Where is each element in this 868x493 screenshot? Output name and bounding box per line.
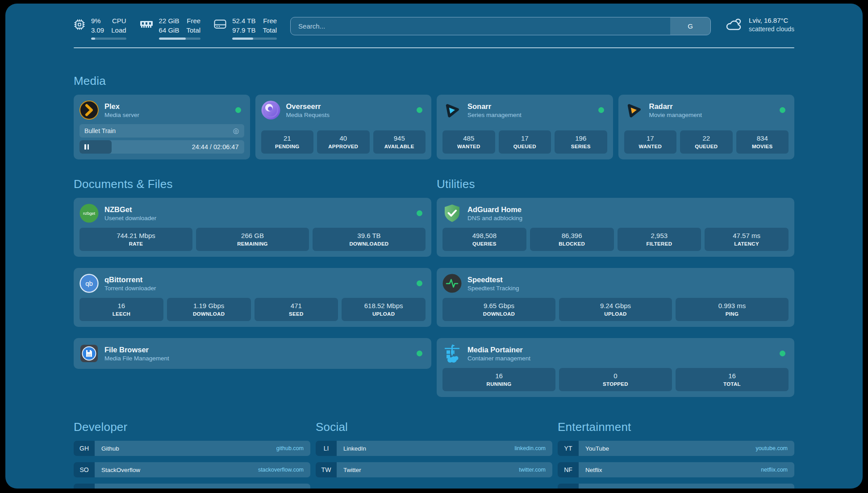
- stat-label: SERIES: [556, 144, 605, 149]
- bookmark-reddit[interactable]: RE Reddit reddit.com: [558, 484, 794, 489]
- radarr-titles: Radarr Movie management: [649, 102, 702, 118]
- search-provider-button[interactable]: G: [670, 17, 710, 35]
- card-overseerr[interactable]: Overseerr Media Requests 21 PENDING 40 A…: [255, 95, 432, 159]
- bookmark-body: Github github.com: [95, 441, 310, 456]
- stat-label: RUNNING: [444, 381, 554, 387]
- filebrowser-titles: File Browser Media File Management: [104, 346, 169, 362]
- card-portainer[interactable]: Media Portainer Container management 16 …: [437, 338, 794, 397]
- stat-stopped: 0 STOPPED: [559, 368, 672, 391]
- bookmark-body: DEV dev.to: [95, 484, 310, 489]
- stat-value: 945: [375, 134, 424, 142]
- stat-label: APPROVED: [319, 144, 368, 149]
- pause-icon[interactable]: [84, 144, 89, 150]
- stat-blocked: 86,396 BLOCKED: [530, 228, 614, 251]
- adguard-subtitle: DNS and adblocking: [467, 215, 522, 221]
- bookmark-twitter[interactable]: TW Twitter twitter.com: [316, 462, 552, 477]
- bookmark-github[interactable]: GH Github github.com: [74, 441, 310, 456]
- stat-value: 86,396: [532, 232, 612, 239]
- stat-label: QUEUED: [501, 144, 550, 149]
- cloud-icon: [724, 17, 743, 33]
- cpu-progress-track: [91, 38, 126, 40]
- card-adguard[interactable]: AdGuard Home DNS and adblocking 498,508 …: [437, 198, 794, 257]
- sonarr-subtitle: Series management: [467, 112, 522, 118]
- search-bar: G: [290, 17, 711, 35]
- bookmark-url: youtube.com: [755, 445, 788, 451]
- plex-media-rows: Bullet Train ◎ 24:44 / 02:06:47: [79, 120, 244, 154]
- disk-free-value: 52.4 TB: [232, 16, 255, 25]
- card-radarr[interactable]: Radarr Movie management 17 WANTED 22 QUE…: [618, 95, 795, 159]
- bookmark-dev[interactable]: DT DEV dev.to: [74, 484, 310, 489]
- speedtest-icon: [442, 274, 462, 293]
- stat-value: 485: [444, 134, 493, 142]
- card-plex[interactable]: Plex Media server Bullet Train ◎: [74, 95, 250, 159]
- resource-widget-disk: 52.4 TB 97.9 TB Free Total: [214, 16, 277, 40]
- portainer-header: Media Portainer Container management: [442, 344, 789, 363]
- memory-progress-track: [159, 38, 201, 40]
- bookmark-netflix[interactable]: NF Netflix netflix.com: [558, 462, 794, 477]
- cpu-load-label: Load: [111, 25, 126, 35]
- bookmark-url: reddit.com: [762, 488, 788, 489]
- bookmark-stackoverflow[interactable]: SO StackOverflow stackoverflow.com: [74, 462, 310, 477]
- speedtest-header: Speedtest Speedtest Tracking: [442, 274, 789, 293]
- stat-label: LATENCY: [706, 241, 787, 246]
- memory-total-label: Total: [186, 25, 200, 35]
- bookmark-youtube[interactable]: YT YouTube youtube.com: [558, 441, 794, 456]
- bookmark-body: StackOverflow stackoverflow.com: [95, 462, 310, 477]
- radarr-status-dot: [780, 107, 785, 113]
- card-speedtest[interactable]: Speedtest Speedtest Tracking 9.65 Gbps D…: [437, 268, 794, 327]
- disk-icon: [214, 19, 226, 29]
- bookmark-name: YouTube: [585, 445, 609, 452]
- bookmark-linkedin[interactable]: LI LinkedIn linkedin.com: [316, 441, 552, 456]
- disk-free-label: Free: [263, 16, 277, 25]
- filebrowser-subtitle: Media File Management: [104, 355, 169, 362]
- stat-queued: 17 QUEUED: [499, 130, 551, 154]
- plex-icon: [79, 100, 99, 120]
- stat-label: QUERIES: [444, 241, 525, 246]
- bookmark-group-developer: Developer GH Github github.com SO StackO…: [74, 420, 310, 489]
- card-sonarr[interactable]: Sonarr Series management 485 WANTED 17 Q…: [437, 95, 613, 159]
- card-filebrowser[interactable]: File Browser Media File Management: [74, 338, 431, 369]
- search-input[interactable]: [291, 17, 670, 35]
- svg-text:qb: qb: [85, 280, 93, 287]
- stat-value: 17: [626, 134, 675, 142]
- stat-queued: 22 QUEUED: [680, 130, 733, 154]
- stat-label: DOWNLOAD: [169, 311, 249, 317]
- plex-now-playing-row: Bullet Train ◎: [79, 124, 244, 138]
- sonarr-title: Sonarr: [467, 102, 522, 111]
- radarr-icon: [624, 100, 643, 120]
- stat-upload: 9.24 Gbps UPLOAD: [559, 298, 672, 321]
- card-qbittorrent[interactable]: qb qBittorrent Torrent downloader: [74, 268, 431, 327]
- stat-value: 16: [444, 372, 554, 380]
- stat-label: REMAINING: [198, 241, 307, 246]
- memory-icon: [140, 19, 153, 29]
- adguard-stats: 498,508 QUERIES 86,396 BLOCKED 2,953 FIL…: [442, 223, 789, 251]
- stat-download: 1.19 Gbps DOWNLOAD: [167, 298, 251, 321]
- memory-total-value: 64 GiB: [159, 25, 179, 35]
- section-media: Media Plex Media server: [74, 74, 794, 159]
- target-icon[interactable]: ◎: [233, 127, 239, 134]
- stat-label: DOWNLOAD: [444, 311, 554, 317]
- radarr-header: Radarr Movie management: [624, 100, 789, 120]
- plex-player-row: 24:44 / 02:06:47: [79, 140, 244, 154]
- overseerr-header: Overseerr Media Requests: [261, 100, 426, 120]
- section-heading-utilities: Utilities: [437, 177, 794, 191]
- section-documents: Documents & Files nzbget: [74, 177, 431, 369]
- stat-value: 17: [501, 134, 550, 142]
- nzbget-title: NZBGet: [104, 205, 156, 214]
- stat-label: PING: [677, 311, 787, 317]
- stat-value: 47.57 ms: [706, 232, 787, 239]
- disk-stats: 52.4 TB 97.9 TB Free Total: [232, 16, 277, 40]
- filebrowser-status-dot: [417, 351, 422, 356]
- bookmark-abbr: SO: [74, 462, 95, 477]
- svg-text:nzbget: nzbget: [83, 211, 96, 216]
- plex-subtitle: Media server: [104, 112, 139, 118]
- bookmark-abbr: DT: [74, 484, 95, 489]
- sonarr-stats: 485 WANTED 17 QUEUED 196 SERIES: [442, 125, 607, 154]
- qbittorrent-subtitle: Torrent downloader: [104, 285, 156, 292]
- middle-columns: Documents & Files nzbget: [74, 177, 794, 397]
- card-nzbget[interactable]: nzbget NZBGet Usenet downloader 74: [74, 198, 431, 257]
- portainer-stats: 16 RUNNING 0 STOPPED 16 TOTAL: [442, 363, 789, 391]
- nzbget-titles: NZBGet Usenet downloader: [104, 205, 156, 221]
- stat-remaining: 266 GB REMAINING: [196, 228, 309, 251]
- nzbget-header: nzbget NZBGet Usenet downloader: [79, 204, 426, 223]
